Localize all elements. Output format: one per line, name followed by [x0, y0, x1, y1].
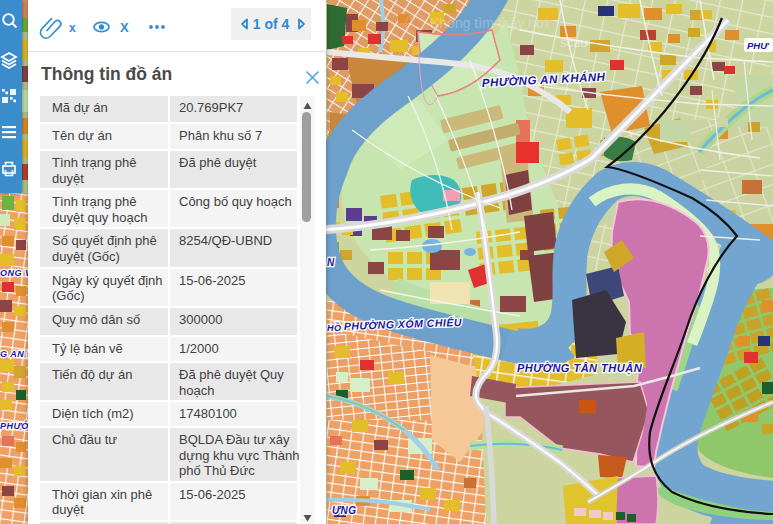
svg-text:ƯNG: ƯNG [332, 505, 357, 516]
svg-text:Không tìm thấy nơi: Không tìm thấy nơi [430, 15, 548, 31]
svg-text:N: N [327, 257, 335, 268]
svg-text:scau: scau [560, 35, 587, 50]
svg-text:X: X [120, 20, 129, 35]
svg-text:x: x [69, 21, 76, 35]
svg-text:PHƯ: PHƯ [747, 40, 769, 51]
svg-text:HỒ: HỒ [327, 322, 342, 333]
svg-text:PHƯỜNG TÂN THUẬN: PHƯỜNG TÂN THUẬN [517, 362, 643, 375]
